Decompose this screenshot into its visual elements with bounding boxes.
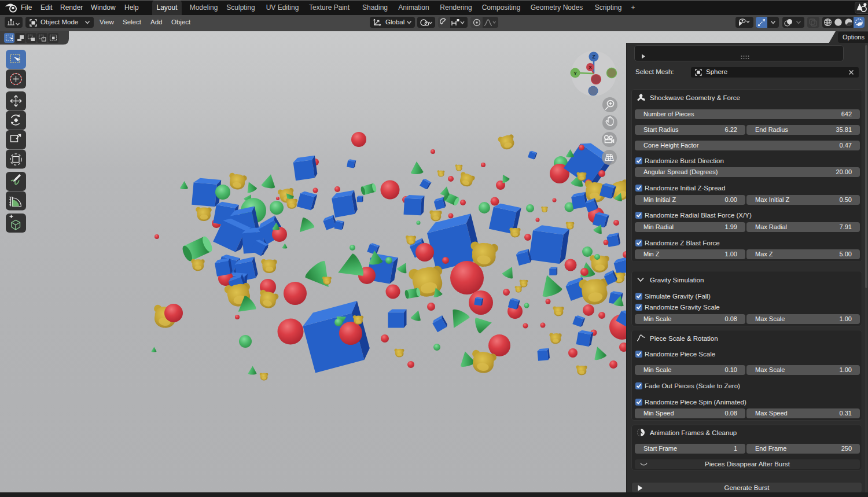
svg-text:Z: Z bbox=[592, 54, 595, 60]
svg-text:X: X bbox=[589, 65, 592, 70]
svg-text:Y: Y bbox=[573, 71, 577, 76]
